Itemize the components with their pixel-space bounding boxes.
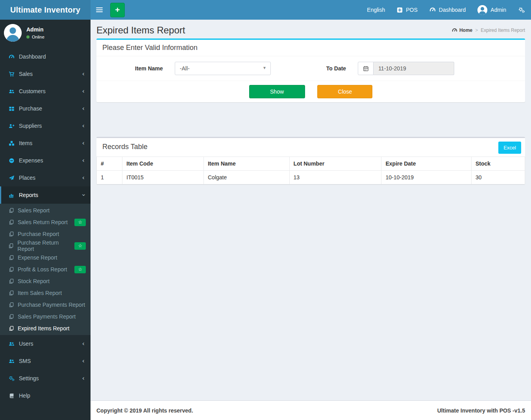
sidebar-menu: Dashboard Sales ‹ Customers ‹ Purchase ‹… bbox=[0, 48, 91, 404]
col-header-expire-date: Expire Date bbox=[381, 157, 471, 171]
user-plus-icon bbox=[7, 123, 16, 129]
sidebar-item-suppliers[interactable]: Suppliers ‹ bbox=[0, 117, 91, 134]
cell-index: 1 bbox=[97, 171, 122, 184]
sidebar: Admin Online Dashboard Sales ‹ bbox=[0, 20, 91, 420]
nav-dashboard[interactable]: Dashboard bbox=[424, 0, 472, 20]
sidebar-item-places[interactable]: Places ‹ bbox=[0, 169, 91, 186]
reports-submenu: Sales Report Sales Return Report ☆ Purch… bbox=[0, 204, 91, 335]
sidebar-item-reports[interactable]: Reports ‹ bbox=[0, 186, 91, 204]
copy-icon bbox=[8, 231, 15, 237]
sidebar-item-label: Dashboard bbox=[19, 53, 46, 60]
cubes-icon bbox=[7, 140, 16, 146]
submenu-item-label: Expired Items Report bbox=[18, 325, 70, 332]
sidebar-item-users[interactable]: Users ‹ bbox=[0, 335, 91, 352]
sidebar-item-label: Users bbox=[19, 341, 33, 347]
submenu-profit-loss-report[interactable]: Profit & Loss Report ☆ bbox=[0, 263, 91, 275]
quick-add-button[interactable]: + bbox=[110, 3, 125, 17]
gears-icon bbox=[518, 7, 525, 13]
item-name-label: Item Name bbox=[135, 65, 163, 72]
minus-circle-icon bbox=[7, 158, 16, 164]
sidebar-item-label: Purchase bbox=[19, 105, 42, 112]
col-header-item-name: Item Name bbox=[204, 157, 289, 171]
close-button[interactable]: Close bbox=[317, 85, 372, 98]
records-panel-title: Records Table bbox=[102, 143, 148, 151]
book-icon bbox=[7, 393, 16, 399]
submenu-item-label: Purchase Report bbox=[18, 231, 59, 237]
user-name: Admin bbox=[26, 26, 44, 33]
nav-pos[interactable]: POS bbox=[391, 0, 424, 20]
sidebar-item-label: Customers bbox=[19, 88, 46, 94]
sidebar-item-dashboard[interactable]: Dashboard bbox=[0, 48, 91, 65]
sidebar-item-label: Suppliers bbox=[19, 123, 42, 129]
chevron-left-icon: ‹ bbox=[82, 375, 85, 381]
submenu-stock-report[interactable]: Stock Report bbox=[0, 275, 91, 287]
copy-icon bbox=[8, 314, 15, 319]
chevron-left-icon: ‹ bbox=[82, 157, 85, 164]
submenu-purchase-payments-report[interactable]: Purchase Payments Report bbox=[0, 299, 91, 311]
copy-icon bbox=[8, 290, 15, 296]
chevron-left-icon: ‹ bbox=[82, 71, 85, 77]
sidebar-toggle-button[interactable] bbox=[91, 0, 108, 20]
calendar-icon[interactable] bbox=[358, 62, 374, 75]
submenu-purchase-report[interactable]: Purchase Report bbox=[0, 228, 91, 240]
user-avatar bbox=[477, 5, 487, 15]
brand-logo[interactable]: Ultimate Inventory bbox=[0, 0, 91, 20]
filter-panel: Please Enter Valid Information Item Name… bbox=[96, 39, 525, 102]
cell-stock: 30 bbox=[471, 171, 525, 184]
breadcrumb-home-link[interactable]: Home bbox=[452, 28, 472, 33]
nav-user[interactable]: Admin bbox=[472, 0, 512, 20]
breadcrumb-separator: > bbox=[475, 28, 478, 33]
table-header-row: # Item Code Item Name Lot Number Expire … bbox=[97, 157, 525, 171]
sidebar-item-customers[interactable]: Customers ‹ bbox=[0, 83, 91, 100]
plus-icon: + bbox=[115, 6, 120, 14]
nav-dashboard-label: Dashboard bbox=[439, 7, 466, 13]
sidebar-item-label: Settings bbox=[19, 375, 39, 381]
sidebar-item-expenses[interactable]: Expenses ‹ bbox=[0, 152, 91, 169]
sidebar-item-label: Items bbox=[19, 140, 32, 146]
app-window: Ultimate Inventory + English POS bbox=[0, 0, 531, 420]
nav-language[interactable]: English bbox=[361, 0, 391, 20]
navbar: + English POS Dashboard bbox=[91, 0, 531, 20]
table-row: 1 IT0015 Colgate 13 10-10-2019 30 bbox=[97, 171, 525, 184]
content-area: Expired Items Report Home > Expired Item… bbox=[91, 20, 531, 400]
users-icon bbox=[7, 88, 16, 94]
sidebar-item-sms[interactable]: SMS ‹ bbox=[0, 352, 91, 370]
submenu-expense-report[interactable]: Expense Report bbox=[0, 252, 91, 263]
submenu-expired-items-report[interactable]: Expired Items Report bbox=[0, 322, 91, 334]
sidebar-item-label: Places bbox=[19, 175, 35, 181]
nav-settings[interactable] bbox=[512, 0, 531, 20]
star-badge: ☆ bbox=[74, 266, 86, 273]
footer-copyright: Copyright © 2019 All rights reserved. bbox=[96, 407, 193, 414]
show-button[interactable]: Show bbox=[249, 85, 305, 98]
sidebar-item-label: Reports bbox=[19, 192, 38, 198]
to-date-input[interactable] bbox=[374, 62, 454, 75]
sidebar-item-label: Sales bbox=[19, 71, 33, 77]
submenu-purchase-return-report[interactable]: Purchase Return Report ☆ bbox=[0, 240, 91, 252]
records-panel-header: Records Table Excel bbox=[96, 138, 525, 157]
navbar-right-menu: English POS Dashboard bbox=[361, 0, 531, 20]
sidebar-item-label: Help bbox=[19, 392, 30, 399]
submenu-item-label: Expense Report bbox=[18, 254, 57, 261]
sidebar-item-help[interactable]: Help bbox=[0, 387, 91, 404]
filter-actions: Show Close bbox=[96, 81, 525, 102]
grid-icon bbox=[7, 106, 16, 112]
submenu-sales-return-report[interactable]: Sales Return Report ☆ bbox=[0, 216, 91, 228]
sidebar-item-sales[interactable]: Sales ‹ bbox=[0, 65, 91, 83]
user-status-label: Online bbox=[32, 35, 44, 39]
users-icon bbox=[7, 358, 16, 364]
submenu-sales-payments-report[interactable]: Sales Payments Report bbox=[0, 311, 91, 322]
cell-expire-date: 10-10-2019 bbox=[381, 171, 471, 184]
star-icon: ☆ bbox=[78, 267, 82, 272]
submenu-item-sales-report[interactable]: Item Sales Report bbox=[0, 287, 91, 299]
submenu-item-label: Purchase Payments Report bbox=[18, 302, 85, 308]
submenu-item-label: Item Sales Report bbox=[18, 290, 62, 296]
sidebar-item-settings[interactable]: Settings ‹ bbox=[0, 370, 91, 387]
submenu-sales-report[interactable]: Sales Report bbox=[0, 204, 91, 216]
sidebar-item-purchase[interactable]: Purchase ‹ bbox=[0, 100, 91, 117]
paper-plane-icon bbox=[7, 175, 16, 181]
sidebar-item-label: Expenses bbox=[19, 157, 43, 164]
sidebar-item-items[interactable]: Items ‹ bbox=[0, 134, 91, 152]
item-name-select[interactable]: -All- bbox=[175, 62, 271, 75]
page-title: Expired Items Report bbox=[96, 24, 185, 36]
excel-export-button[interactable]: Excel bbox=[498, 142, 521, 154]
